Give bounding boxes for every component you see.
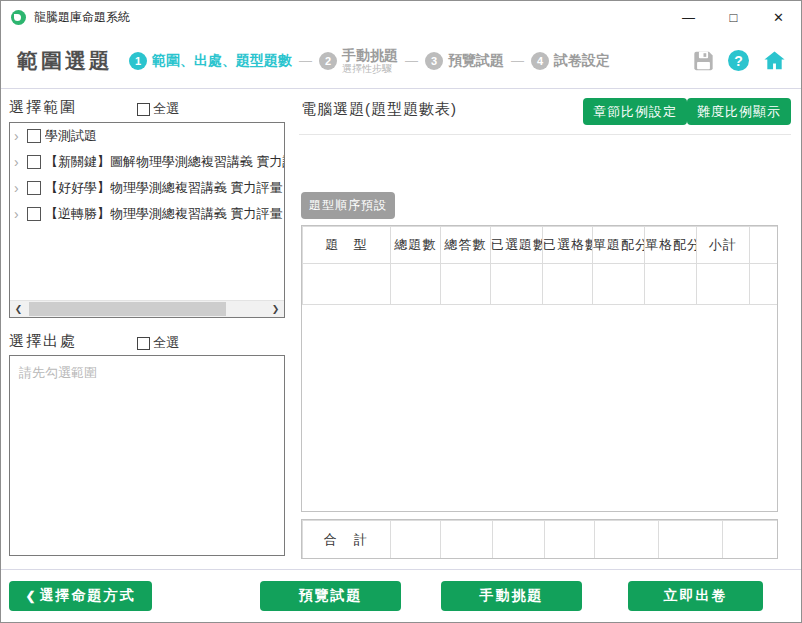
range-tree[interactable]: › 學測試題 › 【新關鍵】圖解物理學測總複習講義 實力評量 › 【好好學】物理… <box>9 122 285 318</box>
col-total-questions: 總題數 <box>391 227 441 264</box>
left-column: 選擇範圍 全選 › 學測試題 › 【新關鍵】圖解物理學測總複習講義 實力評量 <box>9 89 285 569</box>
titlebar: 龍騰題庫命題系統 — □ ✕ <box>1 1 801 33</box>
source-section-header: 選擇出處 全選 <box>9 332 285 356</box>
col-selected-questions: 已選題數 <box>491 227 543 264</box>
tree-item-book-2[interactable]: › 【好好學】物理學測總複習講義 實力評量 <box>10 175 284 201</box>
col-subtotal: 小計 <box>697 227 750 264</box>
source-select-all-label: 全選 <box>153 334 179 352</box>
table-header-row: 題 型 總題數 總答數 已選題數 已選格數 單題配分 單格配分 小計 <box>303 227 779 264</box>
total-cell <box>493 521 545 559</box>
scrollbar-thumb[interactable] <box>29 302 226 316</box>
minimize-icon[interactable]: — <box>666 1 711 33</box>
horizontal-scrollbar[interactable]: ❮ ❯ <box>10 300 284 317</box>
step-3-preview[interactable]: 3 預覽試題 <box>425 52 504 70</box>
total-row-table: 合 計 <box>301 519 778 559</box>
tree-item-label: 【新關鍵】圖解物理學測總複習講義 實力評量 <box>45 153 284 171</box>
app-logo-icon <box>11 10 26 25</box>
step-1-range[interactable]: 1 範圍、出處、題型題數 <box>129 52 292 70</box>
empty-cell <box>303 264 391 305</box>
chevron-right-icon[interactable]: › <box>14 206 27 222</box>
home-icon[interactable] <box>762 49 787 72</box>
step-connector: — <box>405 53 418 68</box>
total-cell <box>723 521 779 559</box>
empty-cell <box>750 264 779 305</box>
save-icon[interactable] <box>692 50 715 72</box>
step-2-number: 2 <box>319 52 337 70</box>
empty-cell <box>441 264 491 305</box>
range-select-all-checkbox[interactable] <box>137 103 150 116</box>
source-placeholder: 請先勾選範圍 <box>19 365 97 380</box>
right-column: 電腦選題(題型題數表) 章節比例設定 難度比例顯示 題型順序預設 題 型 總題數… <box>299 89 791 569</box>
manual-pick-button[interactable]: 手動挑題 <box>441 581 582 611</box>
chevron-right-icon[interactable]: › <box>14 154 27 170</box>
tree-item-checkbox[interactable] <box>27 207 41 221</box>
table-empty-row <box>303 264 779 305</box>
header-icons: ? <box>692 49 787 72</box>
chevron-right-icon[interactable]: › <box>14 128 27 144</box>
chapter-ratio-button[interactable]: 章節比例設定 <box>583 98 687 125</box>
total-cell <box>659 521 723 559</box>
footer-bar: ❮選擇命題方式 預覽試題 手動挑題 立即出卷 <box>1 570 801 622</box>
col-total-answers: 總答數 <box>441 227 491 264</box>
total-cell <box>545 521 595 559</box>
preview-questions-button[interactable]: 預覽試題 <box>260 581 401 611</box>
range-select-all[interactable]: 全選 <box>137 100 179 118</box>
step-1-number: 1 <box>129 52 147 70</box>
tree-item-label: 學測試題 <box>45 127 97 145</box>
computer-pick-title: 電腦選題(題型題數表) <box>301 100 457 119</box>
source-select-all[interactable]: 全選 <box>137 334 179 352</box>
col-selected-cells: 已選格數 <box>543 227 593 264</box>
range-select-all-label: 全選 <box>153 100 179 118</box>
question-type-table: 題 型 總題數 總答數 已選題數 已選格數 單題配分 單格配分 小計 <box>301 225 778 512</box>
total-cell <box>595 521 659 559</box>
source-panel-title: 選擇出處 <box>9 332 77 349</box>
step-1-label: 範圍、出處、題型題數 <box>152 52 292 68</box>
back-to-mode-button[interactable]: ❮選擇命題方式 <box>9 581 152 611</box>
range-section-header: 選擇範圍 全選 <box>9 98 285 122</box>
chevron-left-icon: ❮ <box>25 589 35 603</box>
window-controls: — □ ✕ <box>666 1 801 33</box>
source-select-all-checkbox[interactable] <box>137 337 150 350</box>
scroll-right-icon[interactable]: ❯ <box>267 301 284 317</box>
chevron-right-icon[interactable]: › <box>14 180 27 196</box>
step-2-manual-pick[interactable]: 2 手動挑題 選擇性步驟 <box>319 47 398 75</box>
generate-paper-button[interactable]: 立即出卷 <box>628 581 763 611</box>
col-points-per-cell: 單格配分 <box>645 227 697 264</box>
scroll-left-icon[interactable]: ❮ <box>10 301 27 317</box>
col-spacer <box>750 227 779 264</box>
total-cell <box>391 521 441 559</box>
app-window: 龍騰題庫命題系統 — □ ✕ 範圍選題 1 範圍、出處、題型題數 — 2 手動挑… <box>0 0 802 623</box>
tree-item-checkbox[interactable] <box>27 129 41 143</box>
scrollbar-track[interactable] <box>27 301 267 317</box>
tree-item-exam[interactable]: › 學測試題 <box>10 123 284 149</box>
empty-cell <box>593 264 645 305</box>
range-panel-title: 選擇範圍 <box>9 98 77 115</box>
source-list[interactable]: 請先勾選範圍 <box>9 355 285 556</box>
tree-item-book-3[interactable]: › 【逆轉勝】物理學測總複習講義 實力評量 <box>10 201 284 227</box>
tree-item-book-1[interactable]: › 【新關鍵】圖解物理學測總複習講義 實力評量 <box>10 149 284 175</box>
type-order-badge[interactable]: 題型順序預設 <box>301 192 395 219</box>
step-connector: — <box>511 53 524 68</box>
step-3-number: 3 <box>425 52 443 70</box>
tree-item-checkbox[interactable] <box>27 155 41 169</box>
step-3-label: 預覽試題 <box>448 52 504 68</box>
main-content: 選擇範圍 全選 › 學測試題 › 【新關鍵】圖解物理學測總複習講義 實力評量 <box>1 89 801 570</box>
page-header: 範圍選題 1 範圍、出處、題型題數 — 2 手動挑題 選擇性步驟 — 3 預覽試… <box>1 33 801 89</box>
tree-item-label: 【逆轉勝】物理學測總複習講義 實力評量 <box>45 205 283 223</box>
total-label: 合 計 <box>303 521 391 559</box>
difficulty-ratio-button[interactable]: 難度比例顯示 <box>687 98 791 125</box>
help-icon[interactable]: ? <box>728 50 749 71</box>
col-question-type: 題 型 <box>303 227 391 264</box>
maximize-icon[interactable]: □ <box>711 1 756 33</box>
step-4-number: 4 <box>531 52 549 70</box>
total-cell <box>441 521 493 559</box>
app-title: 龍騰題庫命題系統 <box>34 9 130 26</box>
step-connector: — <box>299 53 312 68</box>
empty-cell <box>491 264 543 305</box>
step-2-label: 手動挑題 選擇性步驟 <box>342 47 398 75</box>
tree-item-checkbox[interactable] <box>27 181 41 195</box>
total-row: 合 計 <box>303 521 779 559</box>
step-4-paper-settings[interactable]: 4 試卷設定 <box>531 52 610 70</box>
close-icon[interactable]: ✕ <box>756 1 801 33</box>
empty-cell <box>391 264 441 305</box>
